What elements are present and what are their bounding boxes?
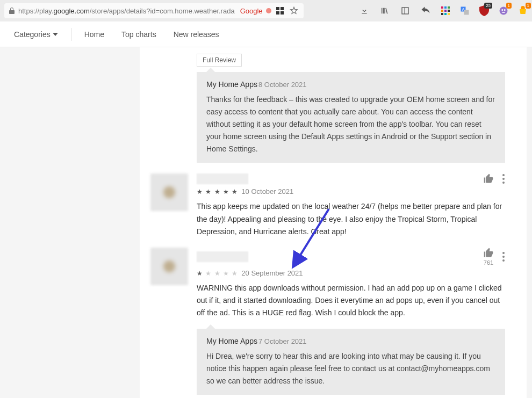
- puzzle-icon[interactable]: 1: [499, 6, 508, 16]
- svg-point-26: [502, 259, 505, 262]
- svg-rect-0: [276, 7, 279, 10]
- url-text: https://play.google.com/store/apps/detai…: [18, 7, 235, 15]
- red-dot-icon: [266, 8, 271, 13]
- svg-rect-9: [441, 10, 443, 12]
- lock-icon: [9, 7, 15, 15]
- developer-reply: My Home Apps7 October 2021 Hi Drea, we'r…: [197, 329, 505, 395]
- svg-point-23: [502, 182, 505, 184]
- dev-name: My Home Apps: [206, 80, 257, 89]
- grid-icon[interactable]: [275, 5, 285, 16]
- divider: [71, 28, 71, 41]
- address-bar[interactable]: https://play.google.com/store/apps/detai…: [4, 3, 304, 18]
- dev-reply-text: Thanks for the feedback – this was creat…: [206, 93, 495, 155]
- avatar: [150, 173, 188, 211]
- svg-point-19: [501, 9, 503, 11]
- svg-point-20: [504, 9, 506, 11]
- nav-top-charts[interactable]: Top charts: [113, 30, 165, 39]
- review-item: 761 ★ ★ ★ ★ ★20 September 2021 WARNING t…: [150, 248, 505, 319]
- svg-rect-6: [441, 6, 443, 9]
- thumb-count: 761: [483, 259, 494, 266]
- more-icon[interactable]: [502, 173, 505, 184]
- nav-home[interactable]: Home: [76, 30, 113, 39]
- svg-rect-14: [448, 13, 450, 15]
- svg-rect-3: [281, 11, 284, 15]
- review-date: 10 October 2021: [241, 187, 293, 196]
- content-area: Full Review My Home Apps8 October 2021 T…: [0, 47, 532, 398]
- reader-icon[interactable]: [400, 5, 411, 16]
- review-date: 20 September 2021: [241, 269, 303, 277]
- svg-rect-10: [444, 10, 447, 12]
- undo-icon[interactable]: [420, 5, 431, 16]
- svg-rect-12: [441, 13, 443, 15]
- svg-point-24: [502, 252, 505, 254]
- thumb-up-icon[interactable]: [483, 248, 494, 258]
- dev-reply-date: 8 October 2021: [258, 81, 307, 89]
- dev-reply-date: 7 October 2021: [258, 337, 307, 345]
- nav-bar: Categories Home Top charts New releases: [0, 21, 532, 47]
- svg-rect-11: [448, 10, 450, 12]
- reviewer-name-redacted: [197, 251, 248, 262]
- library-icon[interactable]: [379, 5, 390, 16]
- developer-reply: My Home Apps8 October 2021 Thanks for th…: [197, 72, 505, 163]
- nav-new-releases[interactable]: New releases: [165, 30, 228, 39]
- svg-rect-8: [448, 6, 450, 9]
- dev-reply-text: Hi Drea, we're sorry to hear this and ar…: [206, 350, 495, 387]
- apps-icon[interactable]: [441, 6, 450, 16]
- toolbar-right-icons: A 25 1 1: [359, 5, 528, 16]
- browser-toolbar: https://play.google.com/store/apps/detai…: [0, 0, 532, 21]
- dev-name: My Home Apps: [206, 337, 257, 345]
- download-icon[interactable]: [359, 5, 370, 16]
- svg-rect-13: [444, 13, 447, 15]
- full-review-button[interactable]: Full Review: [197, 54, 242, 67]
- svg-point-22: [502, 178, 505, 180]
- review-item: ★ ★ ★ ★ ★10 October 2021 This app keeps …: [150, 173, 505, 237]
- svg-rect-16: [464, 10, 469, 15]
- star-icon[interactable]: [289, 5, 299, 16]
- svg-text:A: A: [462, 8, 465, 11]
- svg-point-21: [502, 174, 505, 176]
- svg-rect-7: [444, 6, 447, 9]
- reviews-panel: Full Review My Home Apps8 October 2021 T…: [140, 47, 527, 398]
- svg-rect-2: [276, 11, 279, 15]
- more-icon[interactable]: [502, 251, 505, 262]
- svg-point-25: [502, 256, 505, 258]
- shield-icon[interactable]: 25: [479, 6, 489, 16]
- chevron-down-icon: [53, 33, 58, 36]
- avatar: [150, 248, 188, 285]
- basket-icon[interactable]: 1: [518, 6, 528, 16]
- right-gutter: [527, 47, 532, 398]
- reviewer-name-redacted: [197, 173, 248, 184]
- star-rating: ★ ★ ★ ★ ★: [197, 270, 238, 277]
- review-text: WARNING this app downloads without permi…: [197, 282, 505, 319]
- svg-rect-1: [281, 7, 284, 10]
- star-rating: ★ ★ ★ ★ ★: [197, 188, 238, 196]
- review-text: This app keeps me updated on the local w…: [197, 200, 505, 237]
- google-label: Google: [240, 7, 263, 15]
- translate-icon[interactable]: A: [460, 6, 470, 16]
- nav-categories[interactable]: Categories: [5, 30, 67, 39]
- left-gutter: [0, 47, 140, 398]
- thumb-up-icon[interactable]: [483, 173, 494, 184]
